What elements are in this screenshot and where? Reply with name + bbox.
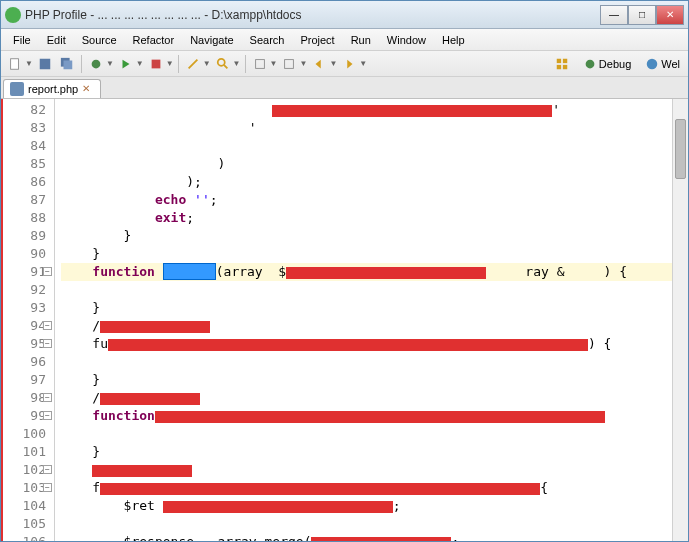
code-line[interactable]: echo '';: [61, 191, 688, 209]
fold-marker-icon[interactable]: −: [43, 483, 52, 492]
save-button[interactable]: [35, 54, 55, 74]
line-number[interactable]: 93: [1, 299, 46, 317]
line-number[interactable]: 104: [1, 497, 46, 515]
new-button[interactable]: [5, 54, 25, 74]
line-number[interactable]: 94−: [1, 317, 46, 335]
maximize-button[interactable]: □: [628, 5, 656, 25]
dropdown-arrow-icon[interactable]: ▼: [329, 59, 337, 68]
line-number[interactable]: 103−: [1, 479, 46, 497]
fold-marker-icon[interactable]: −: [43, 321, 52, 330]
menu-edit[interactable]: Edit: [39, 31, 74, 49]
line-number[interactable]: 95−: [1, 335, 46, 353]
code-line[interactable]: }: [61, 245, 688, 263]
debug-button[interactable]: [86, 54, 106, 74]
menu-file[interactable]: File: [5, 31, 39, 49]
code-line[interactable]: }: [61, 299, 688, 317]
line-number[interactable]: 82: [1, 101, 46, 119]
line-number[interactable]: 89: [1, 227, 46, 245]
code-line[interactable]: fu) {: [61, 335, 688, 353]
menu-project[interactable]: Project: [292, 31, 342, 49]
code-line[interactable]: }: [61, 443, 688, 461]
line-number[interactable]: 85: [1, 155, 46, 173]
web-perspective[interactable]: Wel: [641, 55, 684, 73]
fold-marker-icon[interactable]: −: [43, 393, 52, 402]
dropdown-arrow-icon[interactable]: ▼: [25, 59, 33, 68]
dropdown-arrow-icon[interactable]: ▼: [233, 59, 241, 68]
code-line[interactable]: [61, 461, 688, 479]
nav-button[interactable]: [250, 54, 270, 74]
line-number[interactable]: 91−: [1, 263, 46, 281]
run-button[interactable]: [116, 54, 136, 74]
code-line[interactable]: function (array $ ray & ) {: [61, 263, 688, 281]
dropdown-arrow-icon[interactable]: ▼: [106, 59, 114, 68]
line-number[interactable]: 84: [1, 137, 46, 155]
code-line[interactable]: function: [61, 407, 688, 425]
tab-close-icon[interactable]: ✕: [82, 83, 94, 95]
menu-source[interactable]: Source: [74, 31, 125, 49]
code-line[interactable]: [61, 425, 688, 443]
menu-refactor[interactable]: Refactor: [125, 31, 183, 49]
dropdown-arrow-icon[interactable]: ▼: [299, 59, 307, 68]
minimize-button[interactable]: —: [600, 5, 628, 25]
line-number[interactable]: 87: [1, 191, 46, 209]
forward-button[interactable]: [339, 54, 359, 74]
code-line[interactable]: $response = array_merge(;: [61, 533, 688, 541]
menu-run[interactable]: Run: [343, 31, 379, 49]
code-line[interactable]: exit;: [61, 209, 688, 227]
line-number[interactable]: 98−: [1, 389, 46, 407]
code-line[interactable]: );: [61, 173, 688, 191]
code-line[interactable]: $ret ;: [61, 497, 688, 515]
dropdown-arrow-icon[interactable]: ▼: [203, 59, 211, 68]
fold-marker-icon[interactable]: −: [43, 411, 52, 420]
file-tab-report[interactable]: report.php ✕: [3, 79, 101, 98]
line-number[interactable]: 105: [1, 515, 46, 533]
dropdown-arrow-icon[interactable]: ▼: [166, 59, 174, 68]
code-line[interactable]: /: [61, 389, 688, 407]
code-line[interactable]: ): [61, 155, 688, 173]
code-line[interactable]: ': [61, 101, 688, 119]
code-line[interactable]: [61, 353, 688, 371]
menu-search[interactable]: Search: [242, 31, 293, 49]
line-number[interactable]: 90: [1, 245, 46, 263]
code-line[interactable]: f{: [61, 479, 688, 497]
line-number[interactable]: 97: [1, 371, 46, 389]
line-number[interactable]: 101: [1, 443, 46, 461]
code-line[interactable]: [61, 515, 688, 533]
vertical-scrollbar[interactable]: [672, 99, 688, 541]
code-line[interactable]: /: [61, 317, 688, 335]
line-number[interactable]: 92: [1, 281, 46, 299]
nav2-button[interactable]: [279, 54, 299, 74]
line-number[interactable]: 99−: [1, 407, 46, 425]
line-number[interactable]: 106: [1, 533, 46, 541]
menu-navigate[interactable]: Navigate: [182, 31, 241, 49]
back-button[interactable]: [309, 54, 329, 74]
scroll-thumb[interactable]: [675, 119, 686, 179]
dropdown-arrow-icon[interactable]: ▼: [270, 59, 278, 68]
code-line[interactable]: [61, 137, 688, 155]
fold-marker-icon[interactable]: −: [43, 465, 52, 474]
fold-marker-icon[interactable]: −: [43, 267, 52, 276]
debug-perspective[interactable]: Debug: [579, 55, 635, 73]
dropdown-arrow-icon[interactable]: ▼: [136, 59, 144, 68]
dropdown-arrow-icon[interactable]: ▼: [359, 59, 367, 68]
line-number[interactable]: 83: [1, 119, 46, 137]
code-line[interactable]: [61, 281, 688, 299]
line-number[interactable]: 96: [1, 353, 46, 371]
save-all-button[interactable]: [57, 54, 77, 74]
titlebar[interactable]: PHP Profile - ... ... ... ... ... ... ..…: [1, 1, 688, 29]
line-number[interactable]: 100: [1, 425, 46, 443]
perspective-button[interactable]: [551, 55, 573, 73]
code-line[interactable]: }: [61, 227, 688, 245]
menu-help[interactable]: Help: [434, 31, 473, 49]
menu-window[interactable]: Window: [379, 31, 434, 49]
line-number[interactable]: 86: [1, 173, 46, 191]
line-gutter[interactable]: 82838485868788899091−929394−95−969798−99…: [1, 99, 55, 541]
close-button[interactable]: ✕: [656, 5, 684, 25]
code-line[interactable]: ': [61, 119, 688, 137]
external-tools-button[interactable]: [146, 54, 166, 74]
line-number[interactable]: 88: [1, 209, 46, 227]
code-content[interactable]: ' ' ) ); echo ''; exit; } } function (ar…: [55, 99, 688, 541]
wand-button[interactable]: [183, 54, 203, 74]
line-number[interactable]: 102−: [1, 461, 46, 479]
code-line[interactable]: }: [61, 371, 688, 389]
